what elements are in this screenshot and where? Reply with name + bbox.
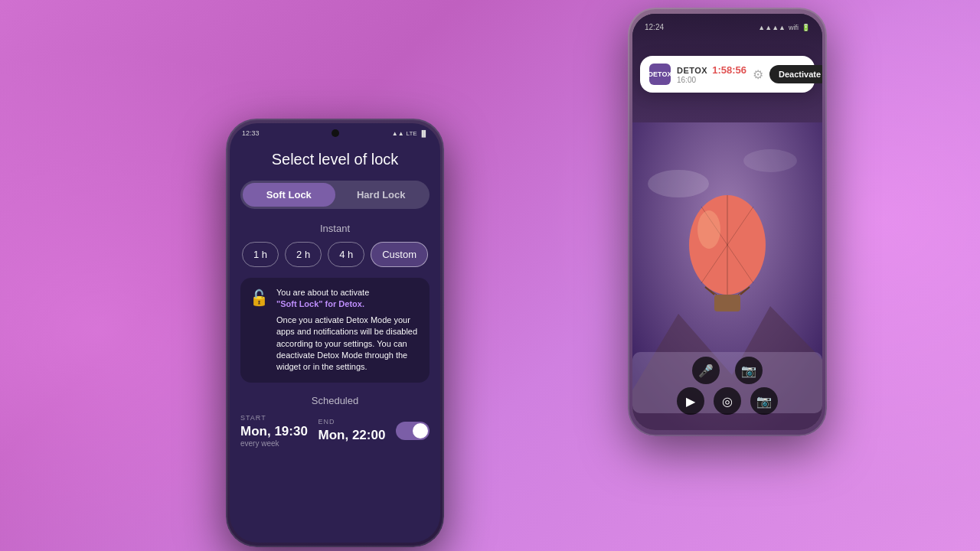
back-battery-icon: 🔋 bbox=[802, 24, 810, 31]
end-time: Mon, 22:00 bbox=[318, 428, 387, 443]
back-time: 12:24 bbox=[645, 23, 664, 31]
notif-timer: 1:58:56 bbox=[712, 64, 746, 76]
front-camera bbox=[332, 129, 339, 137]
app-content: Select level of lock Soft Lock Hard Lock… bbox=[230, 140, 440, 383]
info-line1: You are about to activate bbox=[276, 288, 369, 297]
scheduled-label: Scheduled bbox=[240, 395, 430, 406]
camera-dock-icon[interactable]: 📷 bbox=[735, 357, 763, 384]
instant-label: Instant bbox=[240, 223, 430, 234]
schedule-row: START Mon, 19:30 every week END Mon, 22:… bbox=[240, 414, 430, 448]
info-box: 🔓 You are about to activate "Soft Lock" … bbox=[240, 278, 430, 383]
duration-pills: 1 h 2 h 4 h Custom bbox=[240, 242, 430, 267]
svg-rect-8 bbox=[714, 295, 740, 311]
back-bottom-bar: 🎤 📷 bbox=[632, 357, 822, 384]
pill-1h[interactable]: 1 h bbox=[242, 242, 279, 267]
play-icon[interactable]: ▶ bbox=[677, 387, 704, 415]
info-highlight: "Soft Lock" for Detox. bbox=[276, 299, 364, 308]
back-phone: 12:24 ▲▲▲▲ wifi 🔋 DETOX DETOX 1:58:56 16… bbox=[628, 8, 827, 436]
screen-title: Select level of lock bbox=[240, 140, 430, 181]
svg-point-2 bbox=[743, 149, 797, 172]
front-phone: 12:33 ▲▲ LTE ▐▌ Select level of lock Sof… bbox=[226, 119, 444, 547]
start-repeat: every week bbox=[240, 439, 309, 448]
notif-content: DETOX 1:58:56 16:00 bbox=[677, 64, 746, 84]
info-body: Once you activate Detox Mode your apps a… bbox=[276, 315, 420, 373]
start-time: Mon, 19:30 bbox=[240, 424, 309, 439]
gear-icon[interactable]: ⚙ bbox=[753, 67, 763, 82]
front-wifi-icon: ▲▲ bbox=[392, 130, 404, 137]
front-battery-icon: ▐▌ bbox=[420, 130, 428, 137]
notif-subtitle: 16:00 bbox=[677, 76, 746, 84]
tab-switcher: Soft Lock Hard Lock bbox=[240, 181, 430, 209]
deactivate-button[interactable]: Deactivate bbox=[769, 65, 822, 83]
front-time: 12:33 bbox=[242, 129, 260, 137]
front-data-icon: LTE bbox=[407, 130, 417, 137]
back-dock: ▶ ◎ 📷 bbox=[640, 387, 815, 415]
info-text: You are about to activate "Soft Lock" fo… bbox=[276, 287, 420, 373]
pill-custom[interactable]: Custom bbox=[371, 242, 428, 267]
end-block: END Mon, 22:00 bbox=[318, 418, 387, 443]
pill-2h[interactable]: 2 h bbox=[285, 242, 322, 267]
svg-point-1 bbox=[648, 170, 709, 197]
lock-icon: 🔓 bbox=[250, 287, 269, 373]
start-block: START Mon, 19:30 every week bbox=[240, 414, 309, 448]
soft-lock-tab[interactable]: Soft Lock bbox=[243, 183, 335, 207]
end-label: END bbox=[318, 418, 387, 425]
start-label: START bbox=[240, 414, 309, 422]
svg-point-7 bbox=[697, 210, 720, 249]
scheduled-section: Scheduled START Mon, 19:30 every week EN… bbox=[230, 395, 440, 448]
front-status-bar: 12:33 ▲▲ LTE ▐▌ bbox=[230, 123, 440, 140]
pill-4h[interactable]: 4 h bbox=[328, 242, 364, 267]
notif-app-icon: DETOX bbox=[649, 64, 671, 85]
target-icon[interactable]: ◎ bbox=[714, 387, 741, 415]
hard-lock-tab[interactable]: Hard Lock bbox=[335, 183, 428, 207]
notif-title: DETOX bbox=[677, 66, 707, 75]
back-signal-icon: ▲▲▲▲ bbox=[758, 24, 786, 31]
cam-icon[interactable]: 📷 bbox=[750, 387, 778, 415]
mic-dock-icon[interactable]: 🎤 bbox=[692, 357, 720, 384]
back-wifi-icon: wifi bbox=[789, 24, 799, 31]
back-status-bar: 12:24 ▲▲▲▲ wifi 🔋 bbox=[645, 23, 810, 31]
notification-card: DETOX DETOX 1:58:56 16:00 ⚙ Deactivate bbox=[640, 56, 815, 93]
schedule-toggle[interactable] bbox=[396, 422, 430, 440]
